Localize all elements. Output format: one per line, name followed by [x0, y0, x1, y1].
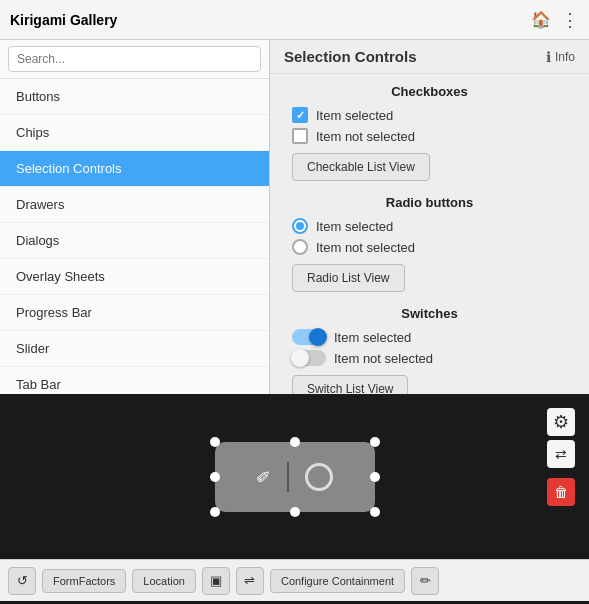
- check-mark: ✓: [296, 109, 305, 122]
- radio-list-view-button[interactable]: Radio List View: [292, 264, 405, 292]
- switch-not-selected-label: Item not selected: [334, 351, 433, 366]
- radio-title: Radio buttons: [286, 195, 573, 210]
- switch-on[interactable]: [292, 329, 326, 345]
- bottom-toolbar: ↺ FormFactors Location ▣ ⇌ Configure Con…: [0, 559, 589, 601]
- checkboxes-section: Checkboxes ✓ Item selected Item not sele…: [286, 84, 573, 181]
- right-panel-title: Selection Controls: [284, 48, 417, 65]
- canvas-tool-select[interactable]: ⚙: [547, 408, 575, 436]
- checkbox-not-selected-row: Item not selected: [286, 128, 573, 144]
- menu-icon[interactable]: ⋮: [561, 9, 579, 31]
- right-panel: Selection Controls ℹ Info Checkboxes ✓ I…: [270, 40, 589, 394]
- switch-selected-row: Item selected: [286, 329, 573, 345]
- edit-icon-button[interactable]: ✏: [411, 567, 439, 595]
- sidebar-item-tab-bar[interactable]: Tab Bar: [0, 367, 269, 394]
- search-box: [0, 40, 269, 79]
- app-title: Kirigami Gallery: [10, 12, 531, 28]
- radio-dot: [296, 222, 304, 230]
- sidebar: ButtonsChipsSelection ControlsDrawersDia…: [0, 40, 270, 394]
- right-header: Selection Controls ℹ Info: [270, 40, 589, 74]
- canvas-tool-delete[interactable]: 🗑: [547, 478, 575, 506]
- sidebar-item-buttons[interactable]: Buttons: [0, 79, 269, 115]
- handle-mr[interactable]: [370, 472, 380, 482]
- sidebar-item-progress-bar[interactable]: Progress Bar: [0, 295, 269, 331]
- checkbox-not-selected[interactable]: [292, 128, 308, 144]
- switch-off[interactable]: [292, 350, 326, 366]
- canvas-component[interactable]: ✏: [215, 442, 375, 512]
- handle-tl[interactable]: [210, 437, 220, 447]
- radio-section: Radio buttons Item selected Item not sel…: [286, 195, 573, 292]
- canvas-area: ✏ ⚙ ⇄ 🗑: [0, 394, 589, 559]
- sidebar-item-selection-controls[interactable]: Selection Controls: [0, 151, 269, 187]
- radio-selected-row: Item selected: [286, 218, 573, 234]
- switches-title: Switches: [286, 306, 573, 321]
- component-divider: [287, 462, 289, 492]
- location-button[interactable]: Location: [132, 569, 196, 593]
- component-body: ✏: [215, 442, 375, 512]
- checkbox-not-selected-label: Item not selected: [316, 129, 415, 144]
- screen-icon-button[interactable]: ▣: [202, 567, 230, 595]
- top-bar: Kirigami Gallery 🏠 ⋮: [0, 0, 589, 40]
- handle-bc[interactable]: [290, 507, 300, 517]
- sliders-icon-button[interactable]: ⇌: [236, 567, 264, 595]
- sidebar-item-chips[interactable]: Chips: [0, 115, 269, 151]
- switch-list-view-button[interactable]: Switch List View: [292, 375, 408, 394]
- switch-selected-label: Item selected: [334, 330, 411, 345]
- radio-selected-label: Item selected: [316, 219, 393, 234]
- checkboxes-title: Checkboxes: [286, 84, 573, 99]
- canvas-toolbar: ⚙ ⇄ 🗑: [547, 408, 575, 506]
- switch-on-thumb: [309, 328, 327, 346]
- switch-off-thumb: [291, 349, 309, 367]
- search-input[interactable]: [8, 46, 261, 72]
- checkbox-selected[interactable]: ✓: [292, 107, 308, 123]
- sidebar-item-slider[interactable]: Slider: [0, 331, 269, 367]
- switches-section: Switches Item selected Item not selected…: [286, 306, 573, 394]
- sidebar-item-drawers[interactable]: Drawers: [0, 187, 269, 223]
- configure-containment-button[interactable]: Configure Containment: [270, 569, 405, 593]
- handle-tc[interactable]: [290, 437, 300, 447]
- main-layout: ButtonsChipsSelection ControlsDrawersDia…: [0, 40, 589, 394]
- radio-not-selected-row: Item not selected: [286, 239, 573, 255]
- switch-not-selected-row: Item not selected: [286, 350, 573, 366]
- sidebar-list: ButtonsChipsSelection ControlsDrawersDia…: [0, 79, 269, 394]
- sidebar-item-overlay-sheets[interactable]: Overlay Sheets: [0, 259, 269, 295]
- info-section: ℹ Info: [546, 49, 575, 65]
- circle-icon: [305, 463, 333, 491]
- handle-br[interactable]: [370, 507, 380, 517]
- sidebar-item-dialogs[interactable]: Dialogs: [0, 223, 269, 259]
- canvas-tool-arrows[interactable]: ⇄: [547, 440, 575, 468]
- info-icon: ℹ: [546, 49, 551, 65]
- pencil-icon: ✏: [251, 463, 277, 489]
- bottom-panel: ✏ ⚙ ⇄ 🗑 ↺ FormFactors Location ▣ ⇌ Confi…: [0, 394, 589, 604]
- handle-ml[interactable]: [210, 472, 220, 482]
- checkbox-selected-row: ✓ Item selected: [286, 107, 573, 123]
- radio-not-selected-label: Item not selected: [316, 240, 415, 255]
- selection-content: Checkboxes ✓ Item selected Item not sele…: [270, 74, 589, 394]
- form-factors-button[interactable]: FormFactors: [42, 569, 126, 593]
- home-icon[interactable]: 🏠: [531, 10, 551, 29]
- checkable-list-view-button[interactable]: Checkable List View: [292, 153, 430, 181]
- radio-selected[interactable]: [292, 218, 308, 234]
- checkbox-selected-label: Item selected: [316, 108, 393, 123]
- top-bar-icons: 🏠 ⋮: [531, 9, 579, 31]
- handle-tr[interactable]: [370, 437, 380, 447]
- handle-bl[interactable]: [210, 507, 220, 517]
- radio-not-selected[interactable]: [292, 239, 308, 255]
- refresh-button[interactable]: ↺: [8, 567, 36, 595]
- info-label[interactable]: Info: [555, 50, 575, 64]
